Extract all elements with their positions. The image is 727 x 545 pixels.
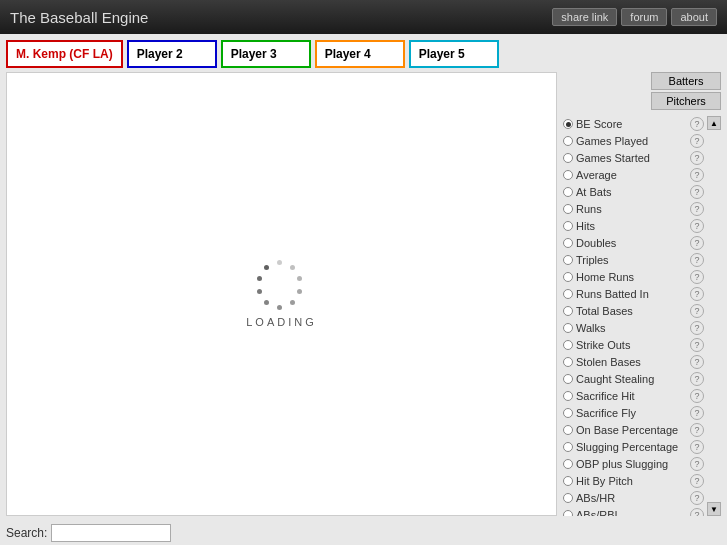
stat-help-16[interactable]: ? [690,389,704,403]
stat-row-21[interactable]: Hit By Pitch? [561,473,706,489]
stat-radio-13[interactable] [563,340,573,350]
stat-row-1[interactable]: Games Played? [561,133,706,149]
stat-row-11[interactable]: Total Bases? [561,303,706,319]
about-button[interactable]: about [671,8,717,26]
stat-help-5[interactable]: ? [690,202,704,216]
stat-help-20[interactable]: ? [690,457,704,471]
scroll-down-arrow[interactable]: ▼ [707,502,721,516]
stat-radio-2[interactable] [563,153,573,163]
stat-row-13[interactable]: Strike Outs? [561,337,706,353]
stat-help-18[interactable]: ? [690,423,704,437]
stat-help-4[interactable]: ? [690,185,704,199]
pitchers-button[interactable]: Pitchers [651,92,721,110]
stat-help-0[interactable]: ? [690,117,704,131]
batters-button[interactable]: Batters [651,72,721,90]
stat-radio-15[interactable] [563,374,573,384]
stat-radio-16[interactable] [563,391,573,401]
stat-radio-12[interactable] [563,323,573,333]
stat-row-20[interactable]: OBP plus Slugging? [561,456,706,472]
stat-radio-8[interactable] [563,255,573,265]
stat-help-15[interactable]: ? [690,372,704,386]
stats-outer: BE Score?Games Played?Games Started?Aver… [561,116,721,516]
stat-help-10[interactable]: ? [690,287,704,301]
stat-help-12[interactable]: ? [690,321,704,335]
stat-radio-18[interactable] [563,425,573,435]
stat-radio-3[interactable] [563,170,573,180]
chart-area: LOADING [6,72,557,516]
stat-help-14[interactable]: ? [690,355,704,369]
stat-help-13[interactable]: ? [690,338,704,352]
stat-help-11[interactable]: ? [690,304,704,318]
stat-help-17[interactable]: ? [690,406,704,420]
stat-row-3[interactable]: Average? [561,167,706,183]
player-tab-1[interactable]: M. Kemp (CF LA) [6,40,123,68]
stat-help-8[interactable]: ? [690,253,704,267]
bottom-area: Search: PictureRank ▲Player ⇕Team ⇕Posit… [0,520,727,545]
stat-radio-1[interactable] [563,136,573,146]
stat-row-2[interactable]: Games Started? [561,150,706,166]
scroll-up-arrow[interactable]: ▲ [707,116,721,130]
stat-radio-10[interactable] [563,289,573,299]
stat-label-12: Walks [576,322,687,334]
stat-row-6[interactable]: Hits? [561,218,706,234]
stat-row-17[interactable]: Sacrifice Fly? [561,405,706,421]
player-tab-4[interactable]: Player 4 [315,40,405,68]
stat-row-0[interactable]: BE Score? [561,116,706,132]
stat-radio-6[interactable] [563,221,573,231]
stat-row-23[interactable]: ABs/RBI? [561,507,706,516]
player-tab-5[interactable]: Player 5 [409,40,499,68]
stat-row-9[interactable]: Home Runs? [561,269,706,285]
stat-help-19[interactable]: ? [690,440,704,454]
stat-row-22[interactable]: ABs/HR? [561,490,706,506]
stat-radio-11[interactable] [563,306,573,316]
stat-row-15[interactable]: Caught Stealing? [561,371,706,387]
stats-scroll-container: BE Score?Games Played?Games Started?Aver… [561,116,706,516]
stat-row-8[interactable]: Triples? [561,252,706,268]
stat-label-7: Doubles [576,237,687,249]
stat-row-12[interactable]: Walks? [561,320,706,336]
stat-help-21[interactable]: ? [690,474,704,488]
stat-radio-4[interactable] [563,187,573,197]
forum-button[interactable]: forum [621,8,667,26]
stat-radio-23[interactable] [563,510,573,516]
stat-radio-9[interactable] [563,272,573,282]
stat-label-11: Total Bases [576,305,687,317]
stat-help-6[interactable]: ? [690,219,704,233]
stat-label-16: Sacrifice Hit [576,390,687,402]
player-tab-2[interactable]: Player 2 [127,40,217,68]
stat-radio-14[interactable] [563,357,573,367]
stat-row-7[interactable]: Doubles? [561,235,706,251]
stat-radio-20[interactable] [563,459,573,469]
stat-radio-7[interactable] [563,238,573,248]
stat-help-9[interactable]: ? [690,270,704,284]
stat-radio-17[interactable] [563,408,573,418]
stat-help-23[interactable]: ? [690,508,704,516]
stat-help-22[interactable]: ? [690,491,704,505]
stat-label-6: Hits [576,220,687,232]
stat-row-18[interactable]: On Base Percentage? [561,422,706,438]
stat-radio-0[interactable] [563,119,573,129]
stat-radio-21[interactable] [563,476,573,486]
stat-row-4[interactable]: At Bats? [561,184,706,200]
main-area: LOADING Batters Pitchers BE Score?Games … [0,68,727,520]
stat-label-0: BE Score [576,118,687,130]
stat-radio-19[interactable] [563,442,573,452]
stat-row-14[interactable]: Stolen Bases? [561,354,706,370]
stat-label-13: Strike Outs [576,339,687,351]
stat-row-10[interactable]: Runs Batted In? [561,286,706,302]
stat-help-2[interactable]: ? [690,151,704,165]
stat-radio-5[interactable] [563,204,573,214]
stat-help-7[interactable]: ? [690,236,704,250]
search-input[interactable] [51,524,171,542]
stat-label-10: Runs Batted In [576,288,687,300]
stat-row-5[interactable]: Runs? [561,201,706,217]
share-link-button[interactable]: share link [552,8,617,26]
player-tab-3[interactable]: Player 3 [221,40,311,68]
loading-spinner: LOADING [246,260,317,328]
stat-row-16[interactable]: Sacrifice Hit? [561,388,706,404]
stat-row-19[interactable]: Slugging Percentage? [561,439,706,455]
stat-help-3[interactable]: ? [690,168,704,182]
stat-help-1[interactable]: ? [690,134,704,148]
stat-radio-22[interactable] [563,493,573,503]
stat-label-4: At Bats [576,186,687,198]
